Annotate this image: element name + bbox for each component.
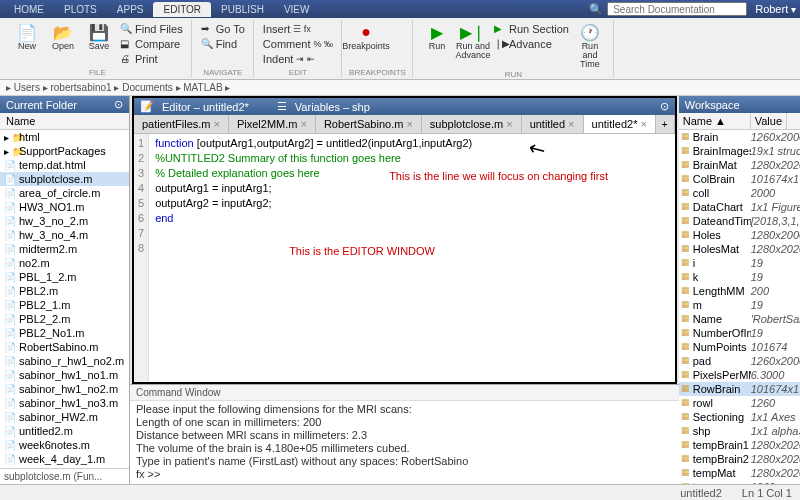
main-tab-view[interactable]: VIEW xyxy=(274,2,320,17)
workspace-var[interactable]: i19 xyxy=(679,256,800,270)
file-item[interactable]: 📄subplotclose.m xyxy=(0,172,129,186)
file-item[interactable]: 📄RobertSabino.m xyxy=(0,340,129,354)
file-item[interactable]: 📄sabinor_HW2.m xyxy=(0,410,129,424)
main-tab-apps[interactable]: APPS xyxy=(107,2,154,17)
file-item[interactable]: ▸ 📁SupportPackages xyxy=(0,144,129,158)
comment-button[interactable]: Comment % ‰ xyxy=(261,37,335,51)
file-item[interactable]: 📄sabinor_hw1_no2.m xyxy=(0,382,129,396)
file-item[interactable]: 📄area_of_circle.m xyxy=(0,186,129,200)
search-input[interactable] xyxy=(607,2,747,16)
workspace-var[interactable]: Name'RobertSabino xyxy=(679,312,800,326)
workspace-var[interactable]: pad1260x2000 c xyxy=(679,354,800,368)
panel-title: Command Window xyxy=(130,385,679,401)
file-item[interactable]: 📄temp.dat.html xyxy=(0,158,129,172)
editor-title: Editor – untitled2* xyxy=(162,101,249,113)
main-tab-plots[interactable]: PLOTS xyxy=(54,2,107,17)
print-button[interactable]: 🖨Print xyxy=(118,52,185,66)
close-tab-icon[interactable]: × xyxy=(568,118,574,130)
file-item[interactable]: 📄PBL2.m xyxy=(0,284,129,298)
workspace-var[interactable]: NumberOfIma...19 xyxy=(679,326,800,340)
user-menu[interactable]: Robert ▾ xyxy=(755,3,796,15)
workspace-var[interactable]: tempBrain21280x2020 d xyxy=(679,452,800,466)
main-tab-home[interactable]: HOME xyxy=(4,2,54,17)
add-tab-button[interactable]: + xyxy=(656,115,675,133)
workspace-var[interactable]: RowBrain101674x1 do xyxy=(679,382,800,396)
editor-tab[interactable]: Pixel2MM.m× xyxy=(229,115,316,133)
workspace-var[interactable]: rowl1260 xyxy=(679,396,800,410)
workspace-var[interactable]: tempBrain11280x2020 d xyxy=(679,438,800,452)
doc-search[interactable]: 🔍 xyxy=(589,2,747,16)
file-item[interactable]: 📄sabinor_hw1_no3.m xyxy=(0,396,129,410)
workspace-var[interactable]: tempMat1280x2020 d xyxy=(679,466,800,480)
main-tab-editor[interactable]: EDITOR xyxy=(153,2,211,17)
close-tab-icon[interactable]: × xyxy=(213,118,219,130)
new-button[interactable]: 📄New xyxy=(10,20,44,67)
file-item[interactable]: 📄PBL2_1.m xyxy=(0,298,129,312)
workspace-var[interactable]: BrainImages19x1 struct xyxy=(679,144,800,158)
close-icon[interactable]: ⊙ xyxy=(660,100,669,113)
open-button[interactable]: 📂Open xyxy=(46,20,80,67)
file-item[interactable]: 📄untitled2.m xyxy=(0,424,129,438)
file-item[interactable]: 📄PBL_1_2.m xyxy=(0,270,129,284)
close-tab-icon[interactable]: × xyxy=(300,118,306,130)
workspace-var[interactable]: BrainMat1280x2020 d xyxy=(679,158,800,172)
workspace-var[interactable]: PixelsPerMM6.3000 xyxy=(679,368,800,382)
workspace-var[interactable]: HolesMat1280x2020 d xyxy=(679,242,800,256)
indent-button[interactable]: Indent ⇥ ⇤ xyxy=(261,52,335,66)
editor-tab[interactable]: untitled2*× xyxy=(584,115,656,133)
insert-button[interactable]: Insert ☰ fx xyxy=(261,22,335,36)
editor-tab[interactable]: RobertSabino.m× xyxy=(316,115,422,133)
workspace-var[interactable]: DataChart1x1 Figure xyxy=(679,200,800,214)
command-window[interactable]: Command Window Please input the followin… xyxy=(130,384,679,484)
file-item[interactable]: 📄week_4_day_1.m xyxy=(0,452,129,466)
file-item[interactable]: 📄PBL2_2.m xyxy=(0,312,129,326)
file-item[interactable]: 📄midterm2.m xyxy=(0,242,129,256)
file-item[interactable]: 📄no2.m xyxy=(0,256,129,270)
code-editor[interactable]: 12345678 function [outputArg1,outputArg2… xyxy=(134,134,675,382)
file-item[interactable]: 📄sabinor_hw1_no1.m xyxy=(0,368,129,382)
advance-button[interactable]: ❘▶Advance xyxy=(492,37,571,51)
close-tab-icon[interactable]: × xyxy=(640,118,646,130)
column-header[interactable]: Name xyxy=(6,115,35,127)
file-item[interactable]: 📄hw_3_no_4.m xyxy=(0,228,129,242)
workspace-var[interactable]: ColBrain101674x1 do xyxy=(679,172,800,186)
workspace-var[interactable]: NumPoints101674 xyxy=(679,340,800,354)
editor-tab[interactable]: untitled× xyxy=(522,115,584,133)
run-advance-button[interactable]: ▶❘Run and Advance xyxy=(456,20,490,69)
file-list[interactable]: ▸ 📁html▸ 📁SupportPackages📄temp.dat.html📄… xyxy=(0,130,129,468)
workspace-var[interactable]: DateandTime[2018,3,1,13... xyxy=(679,214,800,228)
find-button[interactable]: 🔍Find xyxy=(199,37,247,51)
close-icon[interactable]: ⊙ xyxy=(114,98,123,111)
variable-list[interactable]: Brain1260x2000 cBrainImages19x1 structBr… xyxy=(679,130,800,484)
workspace-var[interactable]: Brain1260x2000 c xyxy=(679,130,800,144)
workspace-var[interactable]: Sectioning1x1 Axes xyxy=(679,410,800,424)
run-section-button[interactable]: ▶Run Section xyxy=(492,22,571,36)
close-tab-icon[interactable]: × xyxy=(506,118,512,130)
editor-tab[interactable]: patientFiles.m× xyxy=(134,115,229,133)
file-item[interactable]: 📄PBL2_No1.m xyxy=(0,326,129,340)
workspace-var[interactable]: k19 xyxy=(679,270,800,284)
workspace-var[interactable]: coll2000 xyxy=(679,186,800,200)
workspace-var[interactable]: Holes1280x2000 c xyxy=(679,228,800,242)
workspace-var[interactable]: shp1x1 alphaSha xyxy=(679,424,800,438)
file-item[interactable]: 📄week6notes.m xyxy=(0,438,129,452)
goto-button[interactable]: ➡Go To xyxy=(199,22,247,36)
file-item[interactable]: ▸ 📁html xyxy=(0,130,129,144)
column-header[interactable]: Name ▲ xyxy=(679,113,751,129)
compare-button[interactable]: ⬓Compare xyxy=(118,37,185,51)
file-item[interactable]: 📄sabino_r_hw1_no2.m xyxy=(0,354,129,368)
main-tab-publish[interactable]: PUBLISH xyxy=(211,2,274,17)
breakpoints-button[interactable]: ●Breakpoints xyxy=(349,20,383,67)
file-item[interactable]: 📄HW3_NO1.m xyxy=(0,200,129,214)
workspace-var[interactable]: LengthMM200 xyxy=(679,284,800,298)
file-item[interactable]: 📄hw_3_no_2.m xyxy=(0,214,129,228)
close-tab-icon[interactable]: × xyxy=(406,118,412,130)
save-button[interactable]: 💾Save xyxy=(82,20,116,67)
workspace-var[interactable]: m19 xyxy=(679,298,800,312)
run-button[interactable]: ▶Run xyxy=(420,20,454,69)
address-bar[interactable]: ▸ Users ▸ robertsabino1 ▸ Documents ▸ MA… xyxy=(0,80,800,96)
column-header[interactable]: Value xyxy=(751,113,787,129)
run-time-button[interactable]: 🕐Run and Time xyxy=(573,20,607,69)
find-files-button[interactable]: 🔍Find Files xyxy=(118,22,185,36)
editor-tab[interactable]: subplotclose.m× xyxy=(422,115,522,133)
